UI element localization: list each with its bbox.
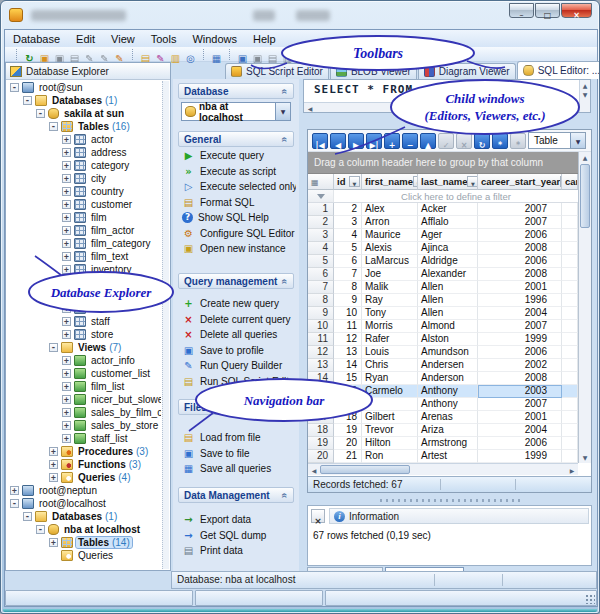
cascade-windows-icon[interactable]: ▣: [250, 48, 265, 61]
table-row[interactable]: 5 6 LaMarcus Aldridge 2006: [308, 255, 578, 268]
cell-id[interactable]: 2: [334, 203, 362, 216]
cell-career[interactable]: [562, 398, 578, 411]
cell-id[interactable]: 5: [334, 242, 362, 255]
cell-last-name[interactable]: Amundson: [418, 346, 478, 359]
column-header-career-start-year[interactable]: career_start_year: [478, 174, 562, 190]
editor-vertical-scrollbar[interactable]: ▲ ▼: [579, 80, 590, 112]
cell-career[interactable]: [562, 255, 578, 268]
tree-item[interactable]: + root@neptun: [8, 484, 161, 497]
table-row[interactable]: 19 20 Hilton Armstrong 2006: [308, 437, 578, 450]
collapse-chevron-icon[interactable]: [282, 276, 288, 287]
cell-first-name[interactable]: Hilton: [362, 437, 418, 450]
tree-item[interactable]: + Tables(14): [8, 536, 161, 549]
nav-item[interactable]: ▷Execute selected only: [178, 179, 296, 195]
cell-career[interactable]: [562, 281, 578, 294]
cell-career-start-year[interactable]: 2003: [478, 385, 562, 398]
local-services-icon[interactable]: ▣: [411, 48, 426, 61]
expand-toggle-icon[interactable]: +: [49, 538, 58, 547]
nav-item[interactable]: ▤Run SQL Script Editor: [178, 374, 296, 390]
cell-last-name[interactable]: Afflalo: [418, 216, 478, 229]
cell-last-name[interactable]: Anthony: [418, 398, 478, 411]
cell-first-name[interactable]: Gilbert: [362, 411, 418, 424]
nav-item[interactable]: +Create new query: [178, 296, 296, 312]
menu-help[interactable]: Help: [245, 32, 284, 46]
cell-first-name[interactable]: Maurice: [362, 229, 418, 242]
cell-career[interactable]: [562, 294, 578, 307]
nav-item[interactable]: ▤Format SQL: [178, 195, 296, 211]
cell-id[interactable]: 18: [334, 411, 362, 424]
cell-last-name[interactable]: Almond: [418, 320, 478, 333]
expand-toggle-icon[interactable]: +: [62, 356, 71, 365]
cell-career-start-year[interactable]: 2006: [478, 255, 562, 268]
expand-toggle-icon[interactable]: -: [23, 96, 32, 105]
nav-item[interactable]: »Execute as script: [178, 164, 296, 180]
table-row[interactable]: 6 7 Joe Alexander 2008: [308, 268, 578, 281]
collapse-chevron-icon[interactable]: [282, 86, 288, 97]
cell-career[interactable]: [562, 437, 578, 450]
cell-career[interactable]: [562, 411, 578, 424]
tree-item[interactable]: + actor_info: [8, 354, 161, 367]
filter-hint[interactable]: Click here to define a filter: [334, 190, 578, 202]
grid-view-mode-selector[interactable]: Table: [528, 132, 586, 149]
tree-item[interactable]: + category: [8, 159, 161, 172]
table-row[interactable]: 2 3 Arron Afflalo 2007: [308, 216, 578, 229]
editor-tab[interactable]: Diagram Viewer: [418, 63, 516, 79]
database-properties-icon[interactable]: ▤: [67, 48, 82, 61]
title-bar[interactable]: –□×: [1, 1, 599, 29]
column-filter-dropdown-icon[interactable]: [349, 176, 360, 187]
expand-toggle-icon[interactable]: +: [62, 330, 71, 339]
cell-id[interactable]: 21: [334, 450, 362, 463]
tree-item[interactable]: - nba at localhost: [8, 523, 161, 536]
expand-toggle-icon[interactable]: +: [62, 434, 71, 443]
cell-id[interactable]: 12: [334, 333, 362, 346]
cell-career[interactable]: [562, 346, 578, 359]
cell-career[interactable]: [562, 203, 578, 216]
tile-horizontally-icon[interactable]: ▤: [265, 48, 280, 61]
cell-last-name[interactable]: Alston: [418, 333, 478, 346]
cell-last-name[interactable]: Anthony: [418, 385, 478, 398]
tree-item[interactable]: + store: [8, 328, 161, 341]
table-row[interactable]: 1 2 Alex Acker 2007: [308, 203, 578, 216]
database-selector[interactable]: nba at localhost: [181, 102, 291, 121]
cell-career[interactable]: [562, 268, 578, 281]
menu-database[interactable]: Database: [5, 32, 68, 46]
cell-first-name[interactable]: Rafer: [362, 333, 418, 346]
cell-last-name[interactable]: Andersen: [418, 359, 478, 372]
database-services-icon[interactable]: ✎: [112, 48, 127, 61]
fetch-all-button[interactable]: *: [492, 133, 508, 149]
cell-id[interactable]: 13: [334, 346, 362, 359]
nav-item[interactable]: ▤Load from file: [178, 430, 296, 446]
cell-last-name[interactable]: Arenas: [418, 411, 478, 424]
expand-toggle-icon[interactable]: -: [36, 525, 45, 534]
nav-item[interactable]: ✎Run Query Builder: [178, 358, 296, 374]
cell-first-name[interactable]: Trevor: [362, 424, 418, 437]
tree-item[interactable]: + address: [8, 146, 161, 159]
cell-id[interactable]: 10: [334, 307, 362, 320]
refresh-records-button[interactable]: ↻: [474, 133, 490, 149]
scroll-up-icon[interactable]: ▲: [580, 153, 590, 162]
expand-toggle-icon[interactable]: -: [36, 109, 45, 118]
expand-toggle-icon[interactable]: +: [62, 317, 71, 326]
cell-last-name[interactable]: Allen: [418, 281, 478, 294]
expand-toggle-icon[interactable]: -: [23, 512, 32, 521]
cell-first-name[interactable]: Tony: [362, 307, 418, 320]
duplicate-object-icon[interactable]: ▥: [168, 48, 183, 61]
table-row[interactable]: 13 14 Chris Andersen 2002: [308, 359, 578, 372]
tree-item[interactable]: +: [8, 289, 161, 302]
nav-section-data-management[interactable]: Data Management: [178, 487, 294, 503]
tree-item[interactable]: - Views(7): [8, 341, 161, 354]
cell-career-start-year[interactable]: 2004: [478, 307, 562, 320]
cell-id[interactable]: 20: [334, 437, 362, 450]
cell-id[interactable]: 11: [334, 320, 362, 333]
column-header-last-name[interactable]: last_name: [418, 174, 478, 190]
scroll-down-icon[interactable]: ▼: [580, 453, 590, 462]
sql-editor[interactable]: SELECT * FROM ▲ ▼ ◀ ▶: [303, 79, 591, 113]
expand-toggle-icon[interactable]: +: [49, 460, 58, 469]
menu-view[interactable]: View: [103, 32, 143, 46]
tree-item[interactable]: + sales_by_store: [8, 419, 161, 432]
grid-vertical-scrollbar[interactable]: ▲ ▼: [578, 152, 591, 463]
close-info-button[interactable]: ×: [311, 509, 325, 523]
cell-id[interactable]: 15: [334, 372, 362, 385]
cell-career-start-year[interactable]: 1996: [478, 294, 562, 307]
expand-toggle-icon[interactable]: +: [62, 408, 71, 417]
